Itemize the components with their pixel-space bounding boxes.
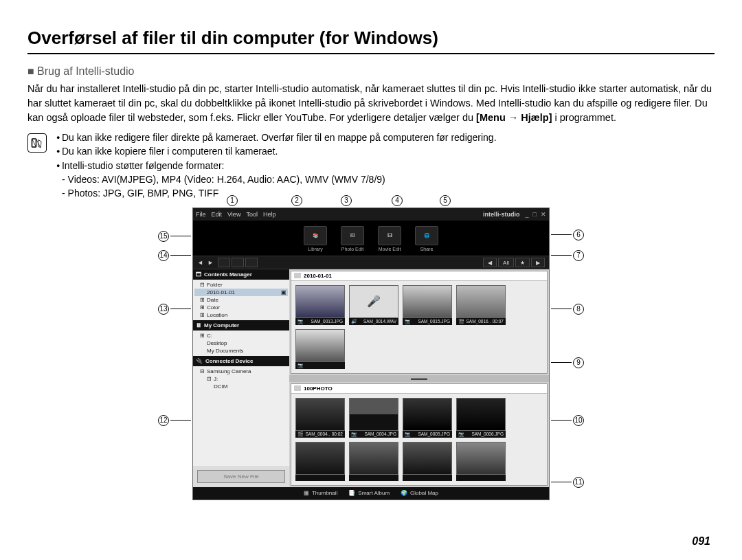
thumb-item[interactable]: 📷: [295, 329, 345, 369]
sidebar-folder[interactable]: Folder: [194, 281, 288, 289]
sidebar-color[interactable]: Color: [194, 304, 288, 311]
note-block: Du kan ikke redigere filer direkte på ka…: [27, 131, 715, 200]
sidebar-mydocs[interactable]: My Documents: [194, 347, 288, 355]
device-icon: 🔌: [196, 358, 203, 364]
cat-share[interactable]: 🌐Share: [415, 226, 438, 251]
body-paragraph: Når du har installeret Intelli-studio på…: [27, 82, 715, 125]
sidebar-camera[interactable]: Samsung Camera: [194, 368, 288, 375]
thumb-item[interactable]: 📷SAM_0013.JPG: [295, 285, 345, 325]
library-icon: 📚: [304, 226, 327, 245]
menu-path: [Menu → Hjælp]: [476, 112, 552, 123]
panel-date: 2010-01-01 📷SAM_0013.JPG 🎤🔊SAM_0014.WAV …: [291, 271, 548, 374]
folder-icon: [294, 273, 301, 278]
note-bullet-1: Du kan ikke redigere filer direkte på ka…: [54, 131, 497, 144]
thumb-item[interactable]: [456, 442, 506, 481]
thumb-item[interactable]: [403, 442, 452, 481]
movieedit-icon: 🎞: [378, 226, 401, 245]
back-icon[interactable]: ◄: [197, 259, 203, 266]
panel-grip[interactable]: ▬▬▬: [289, 375, 549, 382]
menu-help[interactable]: Help: [263, 211, 276, 218]
callout-12: 12: [158, 415, 191, 426]
thumb-item[interactable]: 📷SAM_0006.JPG: [456, 398, 506, 438]
computer-icon: 🖥: [196, 322, 201, 328]
sidebar-date[interactable]: Date: [194, 296, 288, 304]
cat-label-share: Share: [420, 247, 434, 251]
sidebar-drive-c[interactable]: C:: [194, 332, 288, 339]
menu-edit[interactable]: Edit: [212, 211, 223, 218]
rotate-180-icon[interactable]: [245, 258, 258, 267]
menu-file[interactable]: File: [196, 211, 206, 218]
forward-icon[interactable]: ►: [207, 259, 214, 266]
callout-14: 14: [158, 250, 191, 261]
sidebar-date-folder[interactable]: 2010-01-01▣: [194, 289, 288, 296]
toolbar: ◄ ► ◀ All ★ ▶: [193, 256, 549, 269]
menu-view[interactable]: View: [227, 211, 240, 218]
folder-icon: [294, 385, 301, 391]
filter-next[interactable]: ▶: [531, 258, 545, 267]
callout-6: 6: [551, 229, 584, 240]
app-window: File Edit View Tool Help intelli-studio …: [192, 208, 550, 500]
sidebar-contents-header: 🗔Contents Manager: [193, 269, 289, 280]
thumb-item[interactable]: 📷SAM_0004.JPG: [349, 398, 398, 438]
note-sub-1: Videos: AVI(MJPEG), MP4 (Video: H.264, A…: [54, 172, 497, 186]
callout-5: 5: [440, 195, 451, 206]
callout-15: 15: [158, 231, 191, 242]
section-heading: ■ Brug af Intelli-studio: [27, 65, 715, 78]
note-bullet-2: Du kan ikke kopiere filer i computeren t…: [54, 144, 497, 158]
cat-library[interactable]: 📚Library: [304, 226, 327, 251]
filter-prev[interactable]: ◀: [483, 258, 497, 267]
thumb-item[interactable]: [349, 442, 398, 481]
filter-star[interactable]: ★: [515, 258, 530, 267]
cat-movieedit[interactable]: 🎞Movie Edit: [378, 226, 401, 251]
sidebar-desktop[interactable]: Desktop: [194, 339, 288, 347]
thumb-item[interactable]: 🎬SAM_0004..00:02: [295, 398, 345, 438]
panel-title-2: 100PHOTO: [304, 385, 333, 392]
callout-8: 8: [551, 304, 584, 315]
callout-3: 3: [341, 195, 352, 206]
sidebar: 🗔Contents Manager Folder 2010-01-01▣ Dat…: [193, 269, 289, 487]
sidebar-drive-j[interactable]: J:: [194, 375, 288, 383]
tab-smartalbum[interactable]: 📑 Smart Album: [348, 490, 390, 496]
panel-device: 100PHOTO 🎬SAM_0004..00:02 📷SAM_0004.JPG …: [291, 383, 548, 486]
cat-label-movieedit: Movie Edit: [379, 247, 401, 251]
cat-photoedit[interactable]: 🖼Photo Edit: [341, 226, 364, 251]
thumb-item[interactable]: [295, 442, 345, 481]
app-figure: 1 2 3 4 5 6 7 8 9 10 11 15 14 13 12 File…: [158, 208, 584, 500]
menu-tool[interactable]: Tool: [246, 211, 258, 218]
sidebar-location[interactable]: Location: [194, 311, 288, 319]
paragraph-tail: i programmet.: [555, 112, 616, 123]
cat-label-photoedit: Photo Edit: [341, 247, 363, 251]
thumb-item[interactable]: 🎤🔊SAM_0014.WAV: [349, 285, 398, 325]
thumb-item[interactable]: 📷SAM_0005.JPG: [403, 398, 452, 438]
minimize-icon[interactable]: _: [526, 211, 529, 218]
content-panels: 2010-01-01 📷SAM_0013.JPG 🎤🔊SAM_0014.WAV …: [289, 269, 549, 487]
titlebar: File Edit View Tool Help intelli-studio …: [193, 208, 549, 221]
app-brand: intelli-studio: [483, 211, 520, 218]
sidebar-device-header: 🔌Connected Device: [193, 356, 289, 366]
photoedit-icon: 🖼: [341, 226, 364, 245]
maximize-icon[interactable]: □: [533, 211, 537, 218]
save-new-file-button[interactable]: Save New File: [197, 470, 285, 483]
note-list: Du kan ikke redigere filer direkte på ka…: [54, 131, 497, 200]
cat-label-library: Library: [308, 247, 322, 251]
close-icon[interactable]: ✕: [541, 211, 546, 218]
rotate-left-icon[interactable]: [218, 258, 230, 267]
callout-1: 1: [227, 195, 238, 206]
filter-all[interactable]: All: [498, 258, 514, 267]
callout-9: 9: [551, 357, 584, 368]
category-bar: 📚Library 🖼Photo Edit 🎞Movie Edit 🌐Share: [193, 221, 549, 256]
thumb-item[interactable]: 🎬SAM_0016..00:07: [456, 285, 506, 325]
tab-globalmap[interactable]: 🌍 Global Map: [401, 490, 438, 496]
panel-title-1: 2010-01-01: [304, 273, 332, 279]
page-title: Overførsel af filer til din computer (fo…: [27, 27, 715, 54]
callout-7: 7: [551, 250, 584, 261]
note-icon: [27, 133, 47, 153]
sidebar-dcim[interactable]: DCIM: [194, 383, 288, 390]
callout-11: 11: [551, 477, 584, 488]
tab-thumbnail[interactable]: ▦ Thumbnail: [304, 490, 337, 496]
window-icon: 🗔: [196, 271, 201, 278]
rotate-right-icon[interactable]: [232, 258, 244, 267]
note-sub-2: Photos: JPG, GIF, BMP, PNG, TIFF: [54, 186, 497, 200]
thumb-item[interactable]: 📷SAM_0015.JPG: [403, 285, 452, 325]
callout-4: 4: [392, 195, 403, 206]
